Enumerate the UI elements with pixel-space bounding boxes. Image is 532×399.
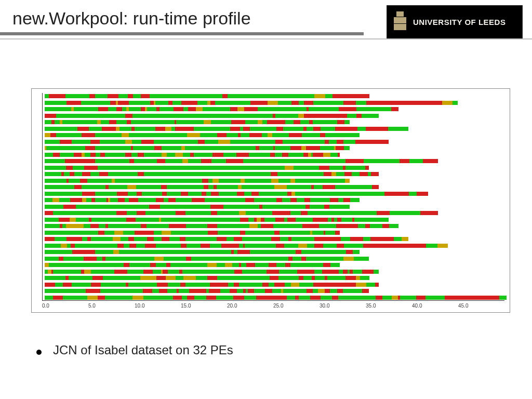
pe-row [45,211,438,215]
pe-row [45,205,350,209]
x-tick: 30.0 [320,303,366,310]
pe-row [45,270,379,274]
pe-row [45,146,350,150]
x-tick: 40.0 [412,303,458,310]
pe-row [45,94,369,98]
x-tick: 15.0 [181,303,227,310]
pe-row [45,257,369,261]
pe-row [45,283,379,287]
x-tick: 25.0 [273,303,320,310]
pe-row [45,166,369,170]
pe-row [45,179,350,183]
divider-heavy [0,32,364,35]
pe-row [45,140,389,144]
pe-row [45,127,409,131]
runtime-profile-chart: 0.05.010.015.020.025.030.035.040.045.0 [31,88,510,313]
pe-row [45,250,360,254]
pe-row [45,120,350,124]
pe-row [45,133,360,137]
pe-row [45,289,369,293]
chart-x-axis: 0.05.010.015.020.025.030.035.040.045.0 [42,303,504,310]
pe-row [45,192,429,196]
pe-row [45,244,448,248]
x-tick: 45.0 [458,303,504,310]
pe-row [45,296,507,300]
pe-row [45,159,438,163]
pe-row [45,198,360,202]
x-tick: 10.0 [135,303,181,310]
parkinson-tower-icon [392,11,408,34]
logo-text: UNIVERSITY OF LEEDS [413,18,506,27]
x-tick: 35.0 [366,303,412,310]
pe-row [45,114,379,118]
pe-row [45,185,379,189]
pe-row [45,237,409,241]
x-tick: 5.0 [88,303,135,310]
slide: new.Workpool: run-time profile UNIVERSIT… [0,0,532,399]
bullet-icon [36,350,42,355]
university-logo: UNIVERSITY OF LEEDS [387,5,523,39]
pe-row [45,172,379,176]
pe-row [45,224,399,228]
pe-row [45,218,389,222]
pe-row [45,231,340,235]
pe-row [45,107,399,111]
pe-row [45,153,340,157]
divider-light [0,38,532,39]
page-title: new.Workpool: run-time profile [12,8,251,29]
chart-plot-area [42,93,504,301]
pe-row [45,101,458,105]
pe-row [45,263,340,267]
bullet-item: JCN of Isabel dataset on 32 PEs [36,343,233,357]
x-tick: 20.0 [227,303,273,310]
pe-row [45,276,369,280]
bullet-text: JCN of Isabel dataset on 32 PEs [53,343,233,357]
x-tick: 0.0 [42,303,88,310]
